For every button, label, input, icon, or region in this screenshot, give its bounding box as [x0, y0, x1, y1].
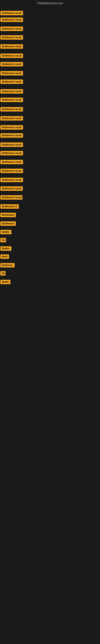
bottleneck-result-item[interactable]: Bottler	[0, 246, 11, 252]
bottleneck-badge: Bottleneck result	[0, 62, 23, 66]
bottleneck-result-item[interactable]: Bottleneck result	[0, 11, 23, 16]
bottleneck-result-item[interactable]: Bottleneck result	[0, 178, 23, 183]
bottleneck-badge: Bottleneck result	[0, 133, 23, 138]
bottleneck-badge: Bottlenec	[0, 263, 15, 268]
bottleneck-badge: Bottleneck result	[0, 54, 23, 58]
bottleneck-badge: Bottleneck	[0, 213, 16, 217]
bottleneck-result-item[interactable]: Bottleneck result	[0, 142, 23, 148]
bottleneck-result-item[interactable]: Bottleneck result	[0, 35, 23, 40]
bottleneck-result-item[interactable]: Bottleneck result	[0, 125, 23, 130]
bottleneck-result-item[interactable]: Bottleneck result	[0, 71, 23, 76]
bottleneck-badge: Bottleneck result	[0, 107, 23, 112]
bottleneck-result-item[interactable]: Bottl	[0, 254, 9, 260]
bottleneck-result-item[interactable]: Bottlenec	[0, 263, 15, 268]
bottleneck-result-item[interactable]: Bottleneck result	[0, 80, 23, 85]
bottleneck-badge: Bo	[0, 271, 6, 276]
bottleneck-result-item[interactable]: Bottle	[0, 280, 10, 285]
bottleneck-badge: Bottler	[0, 246, 11, 251]
bottleneck-badge: Bottleneck result	[0, 98, 23, 102]
bottleneck-badge: Bottleneck result	[0, 18, 23, 22]
bottleneck-badge: Bottleneck result	[0, 186, 23, 191]
bottleneck-badge: Bo	[0, 238, 6, 242]
bottleneck-badge: Bottleneck re	[0, 204, 19, 209]
bottleneck-result-item[interactable]: Bottleneck result	[0, 133, 23, 138]
bottleneck-result-item[interactable]: Bottleneck result	[0, 44, 23, 50]
bottleneck-result-item[interactable]: Bottleneck result	[0, 160, 23, 165]
bottleneck-result-item[interactable]: Bo	[0, 271, 6, 276]
bottleneck-badge: Bottleneck result	[0, 160, 23, 164]
bottleneck-badge: Bottleneck result	[0, 195, 22, 200]
bottleneck-badge: Bottleneck result	[0, 151, 23, 155]
bottleneck-result-item[interactable]: Bottleneck result	[0, 107, 23, 112]
site-title: TheBottlenecker.com	[0, 0, 100, 6]
bottleneck-result-item[interactable]: Bottleneck result	[0, 18, 23, 23]
bottleneck-result-item[interactable]: Bottleneck result	[0, 195, 22, 200]
bottleneck-badge: Bottleneck result	[0, 71, 23, 76]
bottleneck-result-item[interactable]: Bottleneck result	[0, 54, 23, 59]
bottleneck-result-item[interactable]: Bottleneck	[0, 222, 16, 226]
bottleneck-badge: Bottleneck result	[0, 125, 23, 130]
bottleneck-badge: Bottleneck result	[0, 44, 23, 49]
bottleneck-result-item[interactable]: Bottleneck result	[0, 26, 23, 32]
bottleneck-badge: Bottleneck	[0, 222, 16, 226]
bottleneck-result-item[interactable]: Bo	[0, 238, 6, 243]
bottleneck-badge: Bottleneck result	[0, 26, 23, 31]
bottleneck-result-item[interactable]: Bottleneck re	[0, 204, 19, 210]
bottleneck-badge: Bottleneck result	[0, 116, 23, 120]
bottleneck-result-item[interactable]: Bottler	[0, 230, 11, 235]
bottleneck-result-item[interactable]: Bottleneck result	[0, 186, 23, 192]
bottleneck-badge: Bottleneck result	[0, 178, 23, 182]
bottleneck-result-item[interactable]: Bottleneck result	[0, 89, 23, 94]
bottleneck-badge: Bottleneck result	[0, 11, 23, 15]
bottleneck-result-item[interactable]: Bottleneck result	[0, 62, 23, 67]
bottleneck-badge: Bottler	[0, 230, 11, 234]
bottleneck-badge: Bottleneck result	[0, 89, 23, 94]
bottleneck-result-item[interactable]: Bottleneck result	[0, 151, 23, 156]
bottleneck-badge: Bottleneck result	[0, 80, 23, 84]
bottleneck-badge: Bottleneck result	[0, 169, 23, 173]
bottleneck-result-item[interactable]: Bottleneck result	[0, 98, 23, 103]
bottleneck-badge: Bottleneck result	[0, 35, 23, 40]
bottleneck-result-item[interactable]: Bottleneck result	[0, 116, 23, 121]
bottleneck-badge: Bottle	[0, 280, 10, 284]
bottleneck-result-item[interactable]: Bottleneck	[0, 213, 16, 218]
bottleneck-badge: Bottleneck result	[0, 142, 23, 147]
bottleneck-badge: Bottl	[0, 254, 9, 259]
bottleneck-result-item[interactable]: Bottleneck result	[0, 169, 23, 174]
